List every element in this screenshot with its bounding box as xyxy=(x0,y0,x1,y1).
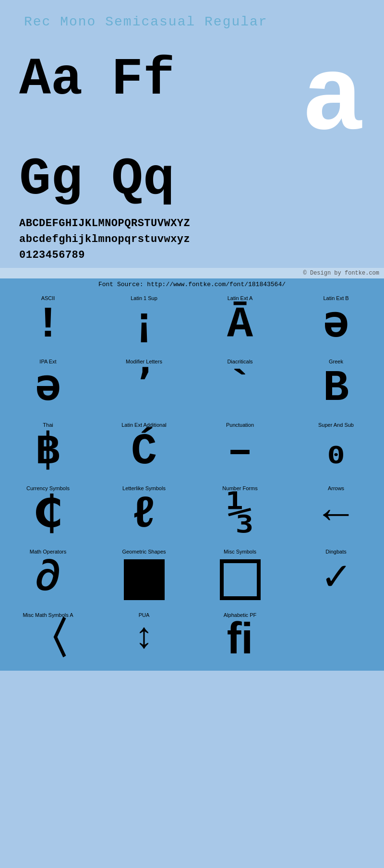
glyph-cell-pua: PUA ↕ xyxy=(96,607,192,671)
glyph-char-fi-ligature: ﬁ xyxy=(227,620,253,663)
glyph-char-leftarrow: ← xyxy=(323,494,349,537)
glyph-char-partial: ∂ xyxy=(35,557,61,600)
char-pair-aa: Aa xyxy=(19,53,83,106)
char-pair-gg: Gg xyxy=(19,153,83,206)
lowercase-row: abcdefghijklmnopqrstuvwxyz xyxy=(19,231,365,247)
glyph-char-invexclaim: ¡ xyxy=(131,303,157,347)
char-pair-qq: Qq xyxy=(111,153,175,206)
glyph-cell-miscsymbols: Misc Symbols xyxy=(192,544,288,607)
source-bar: Font Source: http://www.fontke.com/font/… xyxy=(0,278,384,290)
copyright-bar: © Design by fontke.com xyxy=(0,268,384,278)
glyph-cell-superandsub: Super And Sub ₀ xyxy=(288,417,384,481)
glyph-char-beta: Β xyxy=(323,367,349,410)
glyph-label-geometricshapes: Geometric Shapes xyxy=(122,549,166,555)
alphabet-section: ABCDEFGHIJKLMNOPQRSTUVWXYZ abcdefghijklm… xyxy=(0,211,384,268)
font-title: Rec Mono Semicasual Regular xyxy=(24,14,360,29)
glyph-cell-numberforms: Number Forms ⅓ xyxy=(192,481,288,544)
char-showcase-row1: Aa Ff a xyxy=(0,48,384,153)
glyph-char-cedi: ₵ xyxy=(35,494,61,537)
glyph-cell-geometricshapes: Geometric Shapes xyxy=(96,544,192,607)
source-text: Font Source: http://www.fontke.com/font/… xyxy=(98,281,286,288)
char-showcase-row2: Gg Qq xyxy=(0,153,384,211)
digits-row: 0123456789 xyxy=(19,247,365,263)
glyph-cell-latinextadd: Latin Ext Additional Ć xyxy=(96,417,192,481)
glyph-filled-square xyxy=(124,559,165,600)
glyph-char-angleleft: 〈 xyxy=(26,620,70,663)
glyph-char-subscriptzero: ₀ xyxy=(323,430,349,473)
glyph-cell-diacriticals: Diacriticals ` xyxy=(192,354,288,417)
glyph-grid: ASCII ! Latin 1 Sup ¡ Latin Ext A Ā Lati… xyxy=(0,290,384,671)
char-large-a: a xyxy=(301,53,365,148)
glyph-cell-ascii: ASCII ! xyxy=(0,290,96,354)
glyph-cell-letterlike: Letterlike Symbols ℓ xyxy=(96,481,192,544)
glyph-char-endash: – xyxy=(227,430,253,473)
glyph-char-script-l: ℓ xyxy=(131,494,157,537)
glyph-char-onethird: ⅓ xyxy=(227,494,253,537)
glyph-char-modapostrophe: ʼ xyxy=(132,367,156,405)
glyph-cell-latinextb: Latin Ext B ə xyxy=(288,290,384,354)
glyph-cell-arrows: Arrows ← xyxy=(288,481,384,544)
glyph-char-grave: ` xyxy=(227,367,253,410)
glyph-cell-latinexta: Latin Ext A Ā xyxy=(192,290,288,354)
glyph-cell-punctuation: Punctuation – xyxy=(192,417,288,481)
glyph-cell-ipaext: IPA Ext ə xyxy=(0,354,96,417)
char-pair-ff: Ff xyxy=(111,53,175,106)
glyph-cell-greek: Greek Β xyxy=(288,354,384,417)
glyph-char-cacute: Ć xyxy=(131,430,157,473)
glyph-cell-dingbats: Dingbats ✓ xyxy=(288,544,384,607)
glyph-cell-thai: Thai ฿ xyxy=(0,417,96,481)
glyph-cell-empty xyxy=(288,607,384,671)
glyph-char-baht: ฿ xyxy=(35,430,61,473)
glyph-label-miscsymbols: Misc Symbols xyxy=(224,549,256,555)
glyph-char-exclaim: ! xyxy=(35,303,61,347)
copyright-text: © Design by fontke.com xyxy=(303,270,379,277)
glyph-cell-alphabeticpf: Alphabetic PF ﬁ xyxy=(192,607,288,671)
glyph-label-pua: PUA xyxy=(139,612,150,618)
glyph-cell-mathoperators: Math Operators ∂ xyxy=(0,544,96,607)
glyph-char-checkmark: ✓ xyxy=(323,557,349,600)
glyph-cell-miscmathsyma: Misc Math Symbols A 〈 xyxy=(0,607,96,671)
uppercase-row: ABCDEFGHIJKLMNOPQRSTUVWXYZ xyxy=(19,216,365,231)
glyph-outline-square xyxy=(220,559,261,600)
glyph-cell-currency: Currency Symbols ₵ xyxy=(0,481,96,544)
glyph-char-schwa2: ə xyxy=(35,367,61,410)
glyph-char-amacron: Ā xyxy=(227,303,253,347)
glyph-cell-latin1sup: Latin 1 Sup ¡ xyxy=(96,290,192,354)
glyph-char-pua-symbol: ↕ xyxy=(133,620,155,656)
glyph-char-schwa1: ə xyxy=(323,303,349,347)
glyph-cell-modletters: Modifier Letters ʼ xyxy=(96,354,192,417)
